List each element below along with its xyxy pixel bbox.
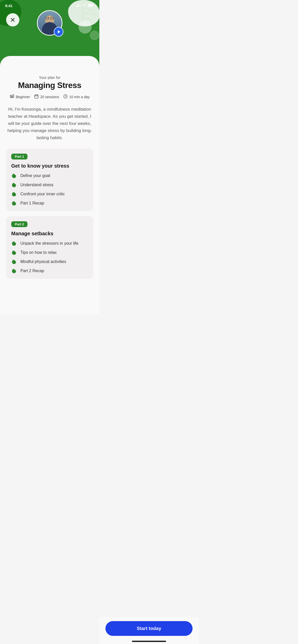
list-item: Understand stress (11, 182, 88, 188)
list-item: Mindful physical activities (11, 259, 88, 265)
part-1-badge: Part 1 (11, 154, 28, 159)
leaf-icon (11, 268, 17, 274)
plan-title: Managing Stress (6, 81, 93, 90)
main-content: Your plan for Managing Stress Beginner (0, 71, 99, 314)
meta-duration-text: 10 min a day (69, 95, 90, 99)
close-button[interactable] (6, 13, 19, 26)
list-item: Unpack the stressors in your life (11, 241, 88, 246)
leaf-icon (11, 173, 17, 179)
plan-description: Hi, I'm Kessonga, a mindfulness meditati… (6, 106, 93, 141)
part-1-card: Part 1 Get to know your stress Define yo… (6, 149, 93, 211)
status-icons (76, 4, 94, 8)
meta-row: Beginner 20 sessions 10 min (6, 94, 93, 100)
battery-icon (88, 4, 94, 8)
list-item: Tips on how to relax (11, 250, 88, 255)
meta-sessions-text: 20 sessions (40, 95, 59, 99)
meta-duration: 10 min a day (63, 94, 90, 100)
session-label: Mindful physical activities (20, 259, 66, 264)
leaf-icon (11, 191, 17, 197)
session-label: Part 2 Recap (20, 269, 44, 273)
session-label: Tips on how to relax (20, 250, 57, 255)
svg-rect-15 (11, 96, 12, 98)
svg-rect-1 (78, 5, 78, 7)
session-label: Part 1 Recap (20, 201, 44, 206)
part-2-badge: Part 2 (11, 221, 28, 227)
instructor-avatar (37, 10, 62, 36)
svg-rect-3 (80, 4, 81, 7)
part-2-session-list: Unpack the stressors in your life Tips o… (11, 241, 88, 274)
svg-rect-0 (76, 5, 77, 7)
leaf-icon (11, 259, 17, 265)
hero-curve (0, 56, 99, 71)
part-2-card: Part 2 Manage setbacks Unpack the stress… (6, 216, 93, 279)
leaf-icon (11, 182, 17, 188)
part-2-title: Manage setbacks (11, 231, 88, 237)
list-item: Confront your inner critic (11, 191, 88, 197)
list-item: Define your goal (11, 173, 88, 179)
svg-rect-2 (79, 4, 79, 7)
list-item: Part 1 Recap (11, 200, 88, 206)
signal-icon (76, 4, 81, 8)
bubble-decoration-1 (78, 20, 92, 34)
clock-icon (63, 94, 68, 100)
meta-sessions: 20 sessions (34, 94, 59, 100)
svg-rect-16 (13, 95, 14, 98)
status-time: 9:41 (5, 4, 12, 8)
svg-rect-5 (88, 4, 93, 6)
meta-level: Beginner (10, 94, 30, 100)
leaf-icon (11, 200, 17, 206)
part-1-session-list: Define your goal Understand stress (11, 173, 88, 206)
plan-subtitle: Your plan for (6, 71, 93, 80)
svg-rect-17 (35, 95, 38, 98)
sessions-icon (34, 94, 39, 100)
session-label: Understand stress (20, 183, 53, 187)
level-icon (10, 94, 14, 100)
session-label: Unpack the stressors in your life (20, 241, 78, 246)
svg-marker-13 (58, 30, 60, 33)
svg-rect-14 (10, 95, 11, 98)
session-label: Define your goal (20, 173, 50, 178)
status-bar: 9:41 (0, 0, 99, 11)
play-button[interactable] (54, 27, 63, 37)
wifi-icon (82, 4, 86, 8)
leaf-icon (11, 250, 17, 255)
leaf-icon (11, 241, 17, 246)
bubble-decoration-2 (90, 31, 99, 40)
meta-level-text: Beginner (16, 95, 30, 99)
part-1-title: Get to know your stress (11, 163, 88, 169)
list-item: Part 2 Recap (11, 268, 88, 274)
session-label: Confront your inner critic (20, 192, 65, 196)
